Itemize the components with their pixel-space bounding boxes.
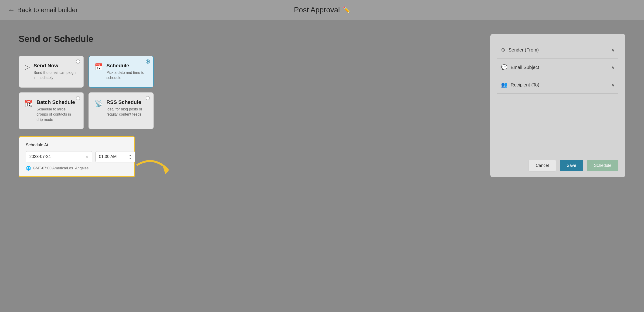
rss-schedule-radio[interactable] xyxy=(146,96,150,100)
right-panel-inner: ⊕ Sender (From) ∧ 💬 Email Subject ∧ 👥 Re… xyxy=(490,34,625,154)
date-input-wrapper: ✕ xyxy=(26,151,92,162)
sender-label: Sender (From) xyxy=(508,47,539,53)
option-schedule[interactable]: 📅 Schedule Pick a date and time to sched… xyxy=(88,56,154,88)
schedule-title: Schedule xyxy=(106,63,148,69)
batch-schedule-desc: Schedule to large groups of contacts in … xyxy=(36,107,78,122)
edit-icon[interactable]: ✏️ xyxy=(343,6,350,14)
options-grid: ▷ Send Now Send the email campaign immed… xyxy=(19,56,472,129)
date-clear-button[interactable]: ✕ xyxy=(85,154,89,159)
option-send-now[interactable]: ▷ Send Now Send the email campaign immed… xyxy=(19,56,84,88)
top-bar: ← Back to email builder Post Approval ✏️ xyxy=(0,0,644,20)
recipient-chevron-icon: ∧ xyxy=(611,82,615,88)
accordion-sender[interactable]: ⊕ Sender (From) ∧ xyxy=(497,41,618,59)
left-panel: Send or Schedule ▷ Send Now Send the ema… xyxy=(19,34,472,177)
schedule-at-label: Schedule At xyxy=(26,143,128,148)
time-input[interactable] xyxy=(99,154,127,159)
time-input-wrapper: ▲ ▼ xyxy=(96,151,135,162)
email-subject-icon: 💬 xyxy=(501,64,507,70)
right-panel: ⊕ Sender (From) ∧ 💬 Email Subject ∧ 👥 Re… xyxy=(490,34,625,177)
rss-schedule-title: RSS Schedule xyxy=(106,99,148,105)
main-content: Send or Schedule ▷ Send Now Send the ema… xyxy=(0,20,644,177)
schedule-button[interactable]: Schedule xyxy=(587,160,618,171)
send-now-desc: Send the email campaign immediately xyxy=(34,70,78,81)
right-panel-footer: Cancel Save Schedule xyxy=(490,154,625,177)
page-title: Send or Schedule xyxy=(19,34,472,44)
rss-schedule-icon: 📡 xyxy=(94,100,103,107)
schedule-at-box: Schedule At ✕ ▲ ▼ 🌐 xyxy=(19,136,135,177)
time-arrows[interactable]: ▲ ▼ xyxy=(129,154,132,160)
time-up-arrow[interactable]: ▲ xyxy=(129,154,132,157)
email-subject-chevron-icon: ∧ xyxy=(611,65,615,70)
accordion-recipient[interactable]: 👥 Recipient (To) ∧ xyxy=(497,76,618,94)
time-down-arrow[interactable]: ▼ xyxy=(129,157,132,160)
cancel-button[interactable]: Cancel xyxy=(528,160,556,171)
schedule-icon: 📅 xyxy=(94,63,103,71)
timezone-icon: 🌐 xyxy=(26,166,31,171)
batch-schedule-icon: 📆 xyxy=(25,100,33,107)
back-arrow-icon: ← xyxy=(8,6,15,14)
sender-chevron-icon: ∧ xyxy=(611,47,615,53)
save-button[interactable]: Save xyxy=(560,160,583,171)
send-now-radio[interactable] xyxy=(76,59,80,64)
schedule-radio[interactable] xyxy=(146,59,150,64)
page-header-title: Post Approval ✏️ xyxy=(294,6,350,14)
timezone-row: 🌐 GMT-07:00 America/Los_Angeles xyxy=(26,166,128,171)
accordion-email-subject[interactable]: 💬 Email Subject ∧ xyxy=(497,59,618,76)
option-batch-schedule[interactable]: 📆 Batch Schedule Schedule to large group… xyxy=(19,92,84,129)
send-now-title: Send Now xyxy=(34,63,78,69)
rss-schedule-desc: Ideal for blog posts or regular content … xyxy=(106,107,148,117)
sender-icon: ⊕ xyxy=(501,47,505,53)
recipient-icon: 👥 xyxy=(501,82,507,88)
batch-schedule-title: Batch Schedule xyxy=(36,99,78,105)
arrow-annotation xyxy=(135,151,172,180)
batch-schedule-radio[interactable] xyxy=(76,96,80,100)
schedule-inputs-row: ✕ ▲ ▼ xyxy=(26,151,128,162)
option-rss-schedule[interactable]: 📡 RSS Schedule Ideal for blog posts or r… xyxy=(88,92,154,129)
timezone-value: GMT-07:00 America/Los_Angeles xyxy=(33,166,88,170)
back-link[interactable]: ← Back to email builder xyxy=(8,6,78,14)
send-now-icon: ▷ xyxy=(25,63,30,71)
back-label: Back to email builder xyxy=(17,6,78,14)
recipient-label: Recipient (To) xyxy=(510,82,539,88)
title-text: Post Approval xyxy=(294,6,340,14)
schedule-desc: Pick a date and time to schedule xyxy=(106,70,148,81)
email-subject-label: Email Subject xyxy=(510,65,539,70)
date-input[interactable] xyxy=(29,154,83,159)
